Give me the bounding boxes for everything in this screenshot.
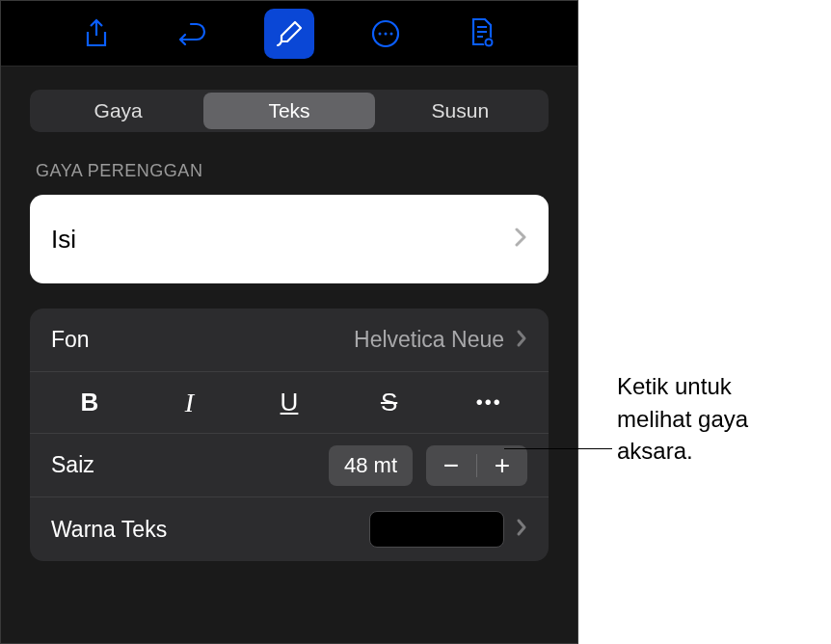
top-toolbar <box>1 1 577 67</box>
share-button[interactable] <box>71 9 121 59</box>
font-value: Helvetica Neue <box>354 327 504 353</box>
chevron-right-icon <box>516 329 527 352</box>
size-row: Saiz 48 mt − + <box>30 434 549 497</box>
font-label: Fon <box>51 327 90 353</box>
chevron-right-icon <box>514 227 527 252</box>
svg-point-3 <box>390 32 393 35</box>
svg-point-5 <box>487 40 492 44</box>
size-value-field[interactable]: 48 mt <box>329 445 413 486</box>
font-row[interactable]: Fon Helvetica Neue <box>30 309 549 372</box>
size-stepper: − + <box>426 445 527 486</box>
format-panel: Gaya Teks Susun GAYA PERENGGAN Isi Fon H… <box>0 0 578 644</box>
document-icon <box>468 17 496 50</box>
document-button[interactable] <box>457 9 507 59</box>
tab-segmented-control: Gaya Teks Susun <box>30 90 549 132</box>
text-style-buttons: B I U S ••• <box>30 372 549 434</box>
text-color-swatch[interactable] <box>369 511 504 548</box>
tab-gaya[interactable]: Gaya <box>33 93 203 129</box>
paintbrush-icon <box>274 18 305 49</box>
share-icon <box>83 18 110 49</box>
text-color-row[interactable]: Warna Teks <box>30 497 549 561</box>
paragraph-style-selector[interactable]: Isi <box>30 195 549 283</box>
undo-button[interactable] <box>168 9 218 59</box>
more-circle-icon <box>370 18 401 49</box>
format-button[interactable] <box>264 9 314 59</box>
callout-text: Ketik untuk melihat gaya aksara. <box>617 370 810 468</box>
italic-button[interactable]: I <box>140 382 240 424</box>
section-label-paragraph-style: GAYA PERENGGAN <box>36 161 549 181</box>
format-content: Gaya Teks Susun GAYA PERENGGAN Isi Fon H… <box>1 67 577 561</box>
font-panel: Fon Helvetica Neue B I U S ••• Saiz 48 m… <box>30 309 549 561</box>
tab-teks[interactable]: Teks <box>203 93 374 129</box>
tab-susun[interactable]: Susun <box>375 93 546 129</box>
underline-button[interactable]: U <box>239 382 339 424</box>
bold-button[interactable]: B <box>40 382 140 424</box>
more-text-options-button[interactable]: ••• <box>439 382 539 424</box>
chevron-right-icon <box>516 518 527 541</box>
text-color-label: Warna Teks <box>51 517 167 543</box>
svg-point-2 <box>385 32 388 35</box>
undo-icon <box>177 19 208 48</box>
svg-point-1 <box>379 32 382 35</box>
size-label: Saiz <box>51 452 94 478</box>
paragraph-style-value: Isi <box>51 225 76 255</box>
size-increase-button[interactable]: + <box>477 445 527 486</box>
size-decrease-button[interactable]: − <box>426 445 476 486</box>
callout-leader-line <box>504 448 612 449</box>
more-button[interactable] <box>361 9 411 59</box>
strikethrough-button[interactable]: S <box>339 382 440 424</box>
